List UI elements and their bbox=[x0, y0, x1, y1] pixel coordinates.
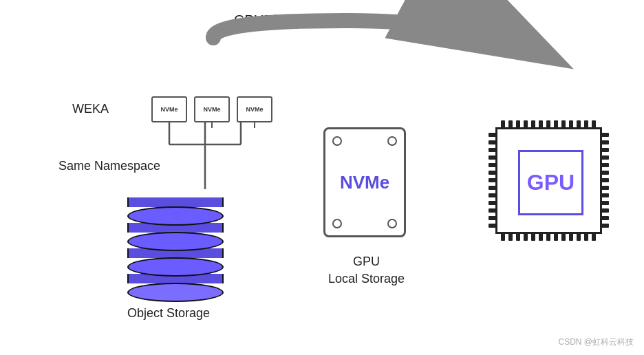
namespace-label: Same Namespace bbox=[58, 158, 160, 174]
nvme-card-text: NVMe bbox=[340, 172, 389, 193]
nvme-chips-row: NVMe NVMe NVMe bbox=[151, 96, 272, 122]
nvme-corner-br bbox=[387, 219, 397, 228]
nvme-corner-tl bbox=[332, 136, 342, 146]
diagram-container: GPUDirect Storage WEKA Same Namespace NV… bbox=[0, 0, 644, 355]
gpu-local-label: GPU Local Storage bbox=[316, 253, 416, 288]
nvme-chip-2: NVMe bbox=[194, 96, 230, 122]
gpu-text: GPU bbox=[527, 170, 575, 195]
nvme-corner-bl bbox=[332, 219, 342, 228]
gpu-chip-wrapper: GPU bbox=[489, 120, 609, 241]
gpu-inner-box: GPU bbox=[518, 150, 583, 215]
weka-label: WEKA bbox=[72, 102, 109, 116]
nvme-chip-3: NVMe bbox=[237, 96, 272, 122]
object-storage-disks bbox=[127, 182, 224, 302]
nvme-chip-1: NVMe bbox=[151, 96, 187, 122]
nvme-card: NVMe bbox=[323, 127, 406, 237]
watermark: CSDN @虹科云科技 bbox=[558, 336, 634, 348]
object-storage-label: Object Storage bbox=[114, 306, 224, 321]
nvme-corner-tr bbox=[387, 136, 397, 146]
gpudirect-label: GPUDirect Storage bbox=[234, 12, 352, 28]
gpu-outer-box: GPU bbox=[495, 127, 602, 234]
